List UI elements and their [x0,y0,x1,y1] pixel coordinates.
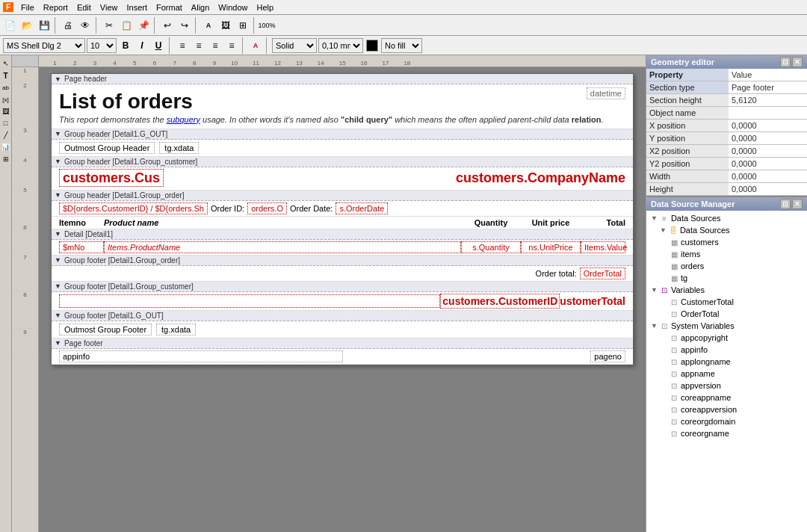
section-name-3: Group header [Detail1.Group_customer] [64,158,197,166]
line-style-select[interactable]: Solid [272,38,317,53]
report-subtitle: This report demonstrates the subquery us… [59,114,625,126]
font-size-select[interactable]: 10 [87,38,117,53]
underline-button[interactable]: U [151,38,166,53]
field-tool[interactable]: [x] [1,94,11,105]
zoom-button[interactable]: 100% [259,17,275,34]
section-arrow-6: ▼ [55,256,61,264]
ds-items-node[interactable]: ▦ items [648,248,806,260]
page-header-label: ▼ Page header [52,74,633,84]
menu-align[interactable]: Align [187,1,214,13]
align-left-button[interactable]: ≡ [175,38,190,53]
right-panels: Geometry editor ⊡ ✕ Property Value Secti… [646,55,807,532]
main-layout: ↖ T ab [x] 🖼 □ ╱ 📊 ⊞ 1 2 3 4 5 6 7 8 [0,55,807,532]
line-tool[interactable]: ╱ [1,130,11,140]
prop-value-object-name [729,107,807,120]
print-button[interactable]: 🖨 [60,17,76,34]
menu-window[interactable]: Window [214,1,252,13]
menu-view[interactable]: View [96,1,123,13]
sysvar-coreorgname-label: coreorgname [681,429,729,438]
label-tool[interactable]: ab [1,82,11,93]
align-right-button[interactable]: ≡ [208,38,223,53]
copy-button[interactable]: 📋 [118,17,134,34]
ds-close-btn[interactable]: ✕ [792,199,803,209]
group-header-order-label: ▼ Group header [Detail1.Group_order] [52,191,633,201]
sysvar-coreorgdomain[interactable]: ⊡ coreorgdomain [648,415,806,427]
font-select[interactable]: MS Shell Dlg 2 [3,38,85,53]
menu-help[interactable]: Help [252,1,278,13]
align-center-button[interactable]: ≡ [191,38,206,53]
variables-section-node[interactable]: ▼ ⊡ Variables [648,284,806,296]
ds-customers-node[interactable]: ▦ customers [648,236,806,248]
var-customer-total-node[interactable]: ⊡ CustomerTotal [648,296,806,308]
h-ruler: 1 2 3 4 5 6 7 8 9 10 11 12 13 14 15 16 1… [39,55,646,66]
sysvar-coreappname[interactable]: ⊡ coreappname [648,392,806,403]
ds-section-label: Data Sources [671,214,721,223]
fill-select[interactable]: No fill [381,38,422,53]
geometry-close-btn[interactable]: ✕ [792,57,803,67]
section-name-9: Page footer [64,339,103,347]
text-tool[interactable]: T [1,70,11,81]
table-tool[interactable]: ⊞ [1,154,11,164]
sysvar-appversion[interactable]: ⊡ appversion [648,380,806,392]
menu-file[interactable]: File [16,1,39,13]
line-color-swatch[interactable] [366,40,378,52]
data-sources-expand: ▼ [660,226,667,234]
g-out-field2: tg.xdata [159,142,199,154]
g-out-footer-field2: tg.xdata [156,324,196,335]
prop-value-x-pos: 0,0000 [729,120,807,132]
redo-button[interactable]: ↪ [176,17,193,34]
paste-button[interactable]: 📌 [135,17,152,34]
toolbar-sep-2 [96,17,99,34]
font-color-button[interactable]: A [248,38,263,53]
sysvar-appinfo-label: appinfo [681,345,708,354]
save-button[interactable]: 💾 [36,17,52,34]
sysvar-appname[interactable]: ⊡ appname [648,368,806,380]
sys-vars-section-node[interactable]: ▼ ⊡ System Variables [648,320,806,332]
document: ▼ Page header List of orders This report… [51,73,634,365]
col-header-4: Unit price [521,218,581,227]
menu-edit[interactable]: Edit [72,1,96,13]
var-customer-total-label: CustomerTotal [681,297,734,306]
ds-float-btn[interactable]: ⊡ [780,199,791,209]
sysvar-appcopyright[interactable]: ⊡ appcopyright [648,332,806,344]
section-name: Page header [64,75,107,83]
prop-label-y-pos: Y position [646,132,729,145]
sysvar-icon-5: ⊡ [669,380,679,391]
sysvar-applongname[interactable]: ⊡ applongname [648,356,806,368]
v-ruler: 1 2 3 4 5 6 7 8 9 [12,67,39,532]
select-tool[interactable]: ↖ [1,58,11,69]
new-button[interactable]: 📄 [1,17,18,34]
var-order-total-node[interactable]: ⊡ OrderTotal [648,308,806,320]
cut-button[interactable]: ✂ [101,17,117,34]
ds-tg-node[interactable]: ▦ tg [648,272,806,284]
menu-insert[interactable]: Insert [123,1,152,13]
open-button[interactable]: 📂 [19,17,35,34]
ds-section-header[interactable]: ▼ ≡ Data Sources [648,212,806,224]
image-tool[interactable]: 🖼 [1,106,11,117]
preview-button[interactable]: 👁 [77,17,93,34]
sysvar-coreappversion[interactable]: ⊡ coreappversion [648,403,806,415]
prop-value-height: 0,0000 [729,183,807,196]
bold-button[interactable]: B [118,38,133,53]
chart-tool[interactable]: 📊 [1,142,11,152]
ds-orders-node[interactable]: ▦ orders [648,260,806,272]
insert-image-button[interactable]: 🖼 [217,17,234,34]
italic-button[interactable]: I [134,38,149,53]
prop-col-header: Property [646,69,729,81]
sysvar-coreorgname[interactable]: ⊡ coreorgname [648,427,806,439]
data-sources-node[interactable]: ▼ 🗄 Data Sources [648,224,806,236]
sysvar-appinfo[interactable]: ⊡ appinfo [648,344,806,356]
section-arrow-3: ▼ [55,158,61,165]
group-footer-order-content: Order total: OrderTotal [52,266,633,281]
menu-format[interactable]: Format [152,1,187,13]
insert-table-button[interactable]: ⊞ [235,17,251,34]
line-width-select[interactable]: 0,10 mm [318,38,363,53]
undo-button[interactable]: ↩ [159,17,176,34]
geometry-float-btn[interactable]: ⊡ [780,57,791,67]
prop-value-y-pos: 0,0000 [729,132,807,145]
justify-button[interactable]: ≡ [224,38,239,53]
menu-report[interactable]: Report [39,1,72,13]
document-canvas: ▼ Page header List of orders This report… [39,67,646,532]
insert-text-button[interactable]: A [200,17,217,34]
shape-tool[interactable]: □ [1,118,11,129]
